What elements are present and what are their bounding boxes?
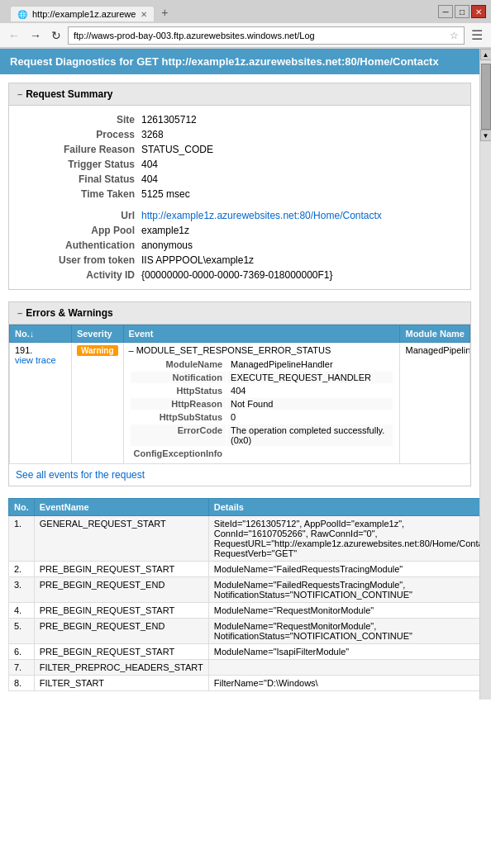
event-name: FILTER_PREPROC_HEADERS_START	[34, 660, 208, 676]
event-name: FILTER_START	[34, 676, 208, 691]
event-details: SiteId="1261305712", AppPoolId="example1…	[208, 516, 479, 562]
summary-row-user: User from token IIS APPPOOL\example1z	[9, 253, 470, 268]
url-link[interactable]: http://example1z.azurewebsites.net:80/Ho…	[141, 210, 382, 221]
event-details: ModuleName="RequestMonitorModule"	[208, 603, 479, 619]
scroll-up-button[interactable]: ▲	[480, 49, 492, 60]
tab-title: http://example1z.azurewe	[32, 9, 136, 19]
view-trace-link[interactable]: view trace	[15, 355, 56, 365]
detail-value: 0	[227, 411, 393, 423]
close-button[interactable]: ✕	[471, 5, 486, 18]
collapse-icon[interactable]: –	[17, 89, 22, 99]
event-row: 4. PRE_BEGIN_REQUEST_START ModuleName="R…	[9, 603, 480, 619]
user-value: IIS APPPOOL\example1z	[141, 254, 254, 266]
main-scrollbar-area: Request Diagnostics for GET http://examp…	[0, 49, 491, 700]
event-no: 8.	[9, 676, 35, 691]
event-no: 5.	[9, 619, 35, 644]
detail-label: Notification	[131, 372, 226, 383]
event-name: PRE_BEGIN_REQUEST_START	[34, 603, 208, 619]
error-no: 191. view trace	[10, 343, 72, 464]
errors-table-header: No.↓ Severity Event Module Name	[10, 325, 470, 343]
apppool-label: App Pool	[9, 225, 141, 236]
event-row: 6. PRE_BEGIN_REQUEST_START ModuleName="I…	[9, 644, 480, 660]
scroll-down-button[interactable]: ▼	[480, 130, 492, 141]
detail-row: HttpStatus 404	[131, 385, 393, 396]
browser-chrome: 🌐 http://example1z.azurewe ✕ + ─ □ ✕ ← →…	[0, 0, 491, 49]
failure-value: STATUS_CODE	[141, 144, 213, 155]
detail-row: ConfigExceptionInfo	[131, 448, 393, 459]
site-label: Site	[9, 114, 141, 126]
detail-value: The operation completed successfully. (0…	[227, 425, 393, 446]
address-bar[interactable]: ftp://waws-prod-bay-003.ftp.azurewebsite…	[68, 26, 465, 45]
errors-title: Errors & Warnings	[26, 307, 113, 319]
time-value: 5125 msec	[141, 188, 190, 200]
window-controls: ─ □ ✕	[438, 5, 486, 18]
refresh-button[interactable]: ↻	[48, 27, 64, 44]
page-content: – Request Summary Site 1261305712 Proces…	[0, 74, 479, 700]
error-severity: Warning	[71, 343, 123, 464]
error-event: – MODULE_SET_RESPONSE_ERROR_STATUS Modul…	[123, 343, 400, 464]
detail-label: HttpStatus	[131, 385, 226, 396]
section-title: Request Summary	[26, 88, 112, 100]
event-details: ModuleName="FailedRequestsTracingModule"	[208, 562, 479, 577]
errors-table: No.↓ Severity Event Module Name 191. vie…	[9, 325, 470, 464]
nav-bar: ← → ↻ ftp://waws-prod-bay-003.ftp.azurew…	[0, 23, 491, 48]
vertical-scrollbar[interactable]: ▲ ▼	[479, 49, 491, 700]
url-value: http://example1z.azurewebsites.net:80/Ho…	[141, 210, 382, 221]
event-details: ModuleName="IsapiFilterModule"	[208, 644, 479, 660]
browser-tab[interactable]: 🌐 http://example1z.azurewe ✕	[10, 6, 155, 21]
detail-row: ErrorCode The operation completed succes…	[131, 425, 393, 446]
summary-row-auth: Authentication anonymous	[9, 238, 470, 253]
summary-row-final: Final Status 404	[9, 172, 470, 187]
event-no: 3.	[9, 577, 35, 603]
detail-value: ManagedPipelineHandler	[227, 358, 393, 370]
events-header-row: No. EventName Details Time	[9, 499, 480, 516]
site-value: 1261305712	[141, 114, 197, 126]
warning-badge: Warning	[77, 345, 118, 356]
title-bar: 🌐 http://example1z.azurewe ✕ + ─ □ ✕	[0, 0, 491, 23]
back-button[interactable]: ←	[5, 27, 23, 44]
detail-label: HttpReason	[131, 398, 226, 410]
summary-row-apppool: App Pool example1z	[9, 223, 470, 238]
time-label: Time Taken	[9, 188, 141, 200]
summary-row-trigger: Trigger Status 404	[9, 157, 470, 172]
event-details: ModuleName="FailedRequestsTracingModule"…	[208, 577, 479, 603]
errors-collapse-icon[interactable]: –	[17, 308, 22, 318]
tab-favicon: 🌐	[17, 10, 27, 19]
address-text: ftp://waws-prod-bay-003.ftp.azurewebsite…	[74, 31, 446, 40]
trigger-value: 404	[141, 159, 158, 170]
activity-label: Activity ID	[9, 269, 141, 281]
main-area: Request Diagnostics for GET http://examp…	[0, 49, 479, 700]
event-row: 8. FILTER_START FilterName="D:\Windows\ …	[9, 676, 480, 691]
forward-button[interactable]: →	[26, 27, 45, 44]
event-name: PRE_BEGIN_REQUEST_END	[34, 619, 208, 644]
page-title: Request Diagnostics for GET http://examp…	[10, 55, 439, 68]
event-name: PRE_BEGIN_REQUEST_START	[34, 644, 208, 660]
events-table: No. EventName Details Time 1. GENERAL_RE…	[8, 498, 479, 691]
detail-label: HttpSubStatus	[131, 411, 226, 423]
activity-value: {00000000-0000-0000-7369-018000000F1}	[141, 269, 333, 281]
page-header: Request Diagnostics for GET http://examp…	[0, 49, 479, 74]
detail-value: EXECUTE_REQUEST_HANDLER	[227, 372, 393, 383]
error-module: ManagedPipelineHa	[400, 343, 470, 464]
event-details: ModuleName="RequestMonitorModule", Notif…	[208, 619, 479, 644]
detail-value: Not Found	[227, 398, 393, 410]
col-event: Event	[123, 325, 400, 343]
bookmark-icon[interactable]: ☆	[450, 30, 459, 41]
process-value: 3268	[141, 129, 164, 140]
event-row: 7. FILTER_PREPROC_HEADERS_START 21:05:24…	[9, 660, 480, 676]
tab-close-button[interactable]: ✕	[141, 10, 147, 19]
maximize-button[interactable]: □	[455, 5, 470, 18]
summary-row-url: Url http://example1z.azurewebsites.net:8…	[9, 208, 470, 223]
summary-table: Site 1261305712 Process 3268 Failure Rea…	[9, 106, 470, 289]
scroll-thumb[interactable]	[481, 64, 491, 130]
new-tab-button[interactable]: +	[155, 3, 174, 21]
detail-table: ModuleName ManagedPipelineHandler Notifi…	[129, 357, 395, 461]
request-summary-section: – Request Summary Site 1261305712 Proces…	[8, 83, 471, 290]
minimize-button[interactable]: ─	[438, 5, 453, 18]
summary-row-site: Site 1261305712	[9, 112, 470, 127]
event-details	[208, 660, 479, 676]
menu-icon[interactable]: ☰	[468, 26, 486, 45]
apppool-value: example1z	[141, 225, 189, 236]
summary-row-time: Time Taken 5125 msec	[9, 187, 470, 202]
see-events-link[interactable]: See all events for the request	[9, 464, 470, 486]
